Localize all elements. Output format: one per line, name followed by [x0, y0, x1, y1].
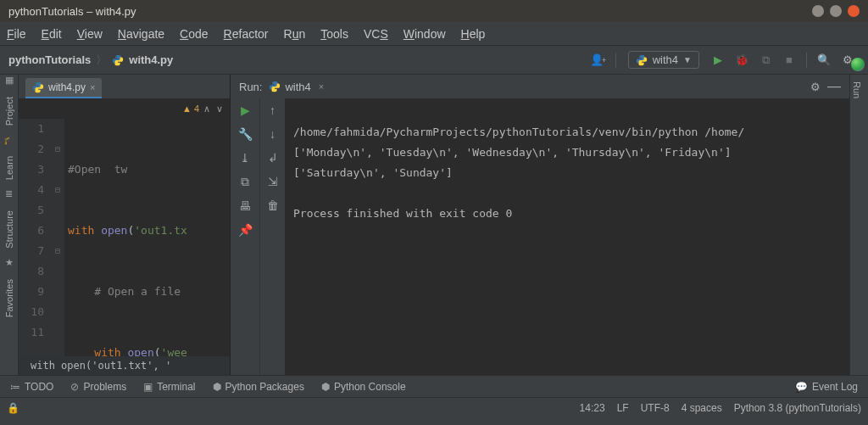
trash-icon[interactable]: 🗑 [267, 199, 279, 212]
menu-vcs[interactable]: VCS [364, 27, 388, 41]
search-icon[interactable]: 🔍 [815, 52, 832, 69]
editor-area: with4.py × ▲ 4 ∧ ∨ 1234567891011 ⊟⊟⊟ #Op… [19, 75, 231, 375]
list-icon: ≔ [10, 381, 20, 393]
menu-code[interactable]: Code [180, 27, 208, 41]
up-icon[interactable]: ↑ [270, 103, 275, 117]
hide-icon[interactable]: — [827, 79, 841, 94]
run-body: ▶ 🔧 ⤓ ⧉ 🖶 📌 ↑ ↓ ↲ ⇲ 🗑 /home/fahmida/Pych… [231, 98, 849, 375]
terminal-icon: ▣ [143, 381, 153, 393]
console-line: /home/fahmida/PycharmProjects/pythonTuto… [293, 126, 744, 138]
run-button[interactable]: ▶ [709, 52, 726, 69]
status-caret-pos[interactable]: 14:23 [580, 402, 605, 414]
softwrap-icon[interactable]: ↲ [268, 151, 278, 165]
debug-button[interactable]: 🐞 [733, 52, 750, 69]
status-interpreter[interactable]: Python 3.8 (pythonTutorials) [734, 402, 861, 414]
status-indent[interactable]: 4 spaces [682, 402, 722, 414]
run-toolwindow: Run: with4 × ⚙ — ▶ 🔧 ⤓ ⧉ 🖶 📌 ↑ ↓ ↲ [231, 75, 849, 375]
warning-count: 4 [194, 103, 199, 114]
menu-edit[interactable]: Edit [42, 27, 62, 41]
menu-run[interactable]: Run [284, 27, 306, 41]
down-icon[interactable]: ⤓ [240, 151, 250, 165]
close-icon[interactable]: × [90, 82, 95, 92]
scroll-end-icon[interactable]: ⇲ [268, 175, 278, 188]
sidebar-tab-structure[interactable]: Structure [3, 202, 16, 257]
window-titlebar: pythonTutorials – with4.py [0, 0, 868, 22]
inspection-strip: ▲ 4 ∧ ∨ [19, 98, 230, 119]
window-minimize-icon[interactable] [812, 5, 824, 17]
close-icon[interactable]: × [319, 81, 324, 92]
window-title: pythonTutorials – with4.py [8, 5, 136, 18]
menu-bar: File Edit View Navigate Code Refactor Ru… [0, 22, 868, 46]
right-tool-rail: Run [849, 75, 868, 375]
ide-blob-icon[interactable] [851, 58, 865, 71]
editor-tabs: with4.py × [19, 75, 230, 98]
menu-window[interactable]: Window [403, 27, 446, 41]
editor-tab-label: with4.py [48, 81, 86, 93]
rerun-icon[interactable]: ▶ [241, 103, 250, 117]
learn-rail-icon: 🎓 [3, 134, 15, 145]
layout-icon[interactable]: ⧉ [241, 175, 249, 189]
python-file-icon [112, 54, 124, 66]
tw-python-console[interactable]: ⬢Python Console [321, 381, 406, 393]
warning-icon[interactable]: ▲ [182, 103, 192, 114]
menu-help[interactable]: Help [461, 27, 486, 41]
lock-icon[interactable]: 🔒 [7, 402, 19, 414]
gear-icon[interactable]: ⚙ [810, 81, 821, 93]
sidebar-tab-run[interactable]: Run [850, 75, 864, 105]
console-line: Process finished with exit code 0 [293, 207, 512, 220]
breadcrumb-file[interactable]: with4.py [129, 53, 173, 66]
add-user-icon[interactable]: 👤+ [590, 52, 607, 69]
tw-event-log[interactable]: 💬Event Log [795, 381, 858, 393]
python-small-icon: ⬢ [321, 381, 330, 393]
structure-rail-icon: ≣ [5, 188, 13, 199]
fold-gutter[interactable]: ⊟⊟⊟ [51, 119, 64, 356]
down-arrow-icon[interactable]: ↓ [270, 127, 275, 141]
run-rail-primary: ▶ 🔧 ⤓ ⧉ 🖶 📌 [231, 98, 259, 375]
sidebar-tab-learn[interactable]: Learn [3, 148, 16, 188]
breadcrumb-project[interactable]: pythonTutorials [8, 53, 91, 66]
breadcrumb: pythonTutorials 〉 with4.py [8, 53, 173, 68]
python-small-icon: ⬢ [213, 381, 221, 393]
speech-icon: 💬 [795, 381, 808, 393]
python-icon [269, 81, 281, 92]
chevron-down-icon: ▼ [683, 55, 692, 64]
status-encoding[interactable]: UTF-8 [641, 402, 670, 414]
status-line-sep[interactable]: LF [617, 402, 629, 414]
run-coverage-button[interactable]: ⧉ [757, 52, 774, 69]
tw-python-packages[interactable]: ⬢Python Packages [213, 381, 304, 393]
run-tab[interactable]: with4 × [269, 81, 324, 93]
menu-refactor[interactable]: Refactor [224, 27, 269, 41]
print-icon[interactable]: 🖶 [239, 199, 251, 213]
window-maximize-icon[interactable] [830, 5, 842, 17]
code-body[interactable]: #Open tw with open('out1.tx # Open a fil… [64, 119, 230, 356]
menu-file[interactable]: File [7, 27, 26, 41]
main-area: ▦ Project 🎓 Learn ≣ Structure ★ Favorite… [0, 75, 868, 375]
breadcrumb-sep-icon: 〉 [96, 53, 107, 68]
status-bar: 🔒 14:23 LF UTF-8 4 spaces Python 3.8 (py… [0, 397, 868, 417]
run-tab-label: with4 [285, 81, 310, 93]
tw-terminal[interactable]: ▣Terminal [143, 381, 195, 393]
pin-icon[interactable]: 📌 [238, 223, 253, 237]
prev-highlight-icon[interactable]: ∧ [202, 103, 212, 115]
sidebar-tab-project[interactable]: Project [3, 88, 16, 134]
run-label: Run: [239, 81, 262, 93]
left-tool-rail: ▦ Project 🎓 Learn ≣ Structure ★ Favorite… [0, 75, 19, 375]
menu-view[interactable]: View [77, 27, 103, 41]
window-close-icon[interactable] [848, 5, 860, 17]
editor-tab[interactable]: with4.py × [25, 78, 102, 98]
console-output[interactable]: /home/fahmida/PycharmProjects/pythonTuto… [285, 98, 849, 375]
next-highlight-icon[interactable]: ∨ [214, 103, 225, 115]
tw-todo[interactable]: ≔TODO [10, 381, 53, 393]
favorites-rail-icon: ★ [5, 257, 14, 268]
sidebar-tab-favorites[interactable]: Favorites [3, 271, 16, 326]
wrench-icon[interactable]: 🔧 [238, 127, 253, 141]
run-config-selector[interactable]: with4 ▼ [628, 51, 699, 69]
editor-breadcrumb[interactable]: with open('out1.txt', ' [19, 356, 230, 375]
menu-navigate[interactable]: Navigate [118, 27, 164, 41]
line-gutter: 1234567891011 [19, 119, 51, 356]
toolwindow-bar: ≔TODO ⊘Problems ▣Terminal ⬢Python Packag… [0, 375, 868, 397]
tw-problems[interactable]: ⊘Problems [70, 381, 126, 393]
code-editor[interactable]: 1234567891011 ⊟⊟⊟ #Open tw with open('ou… [19, 119, 230, 356]
menu-tools[interactable]: Tools [320, 27, 348, 41]
stop-button[interactable]: ■ [781, 52, 798, 69]
